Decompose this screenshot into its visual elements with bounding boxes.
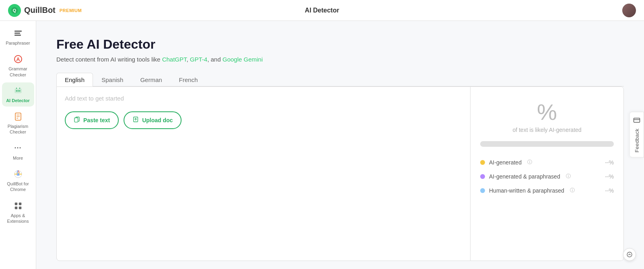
percent-display: % [480, 99, 614, 125]
logo-name: QuillBot [24, 6, 56, 15]
page-title: Free AI Detector [56, 37, 624, 52]
paste-text-button[interactable]: Paste text [65, 111, 119, 129]
human-paraphrased-info-icon[interactable]: ⓘ [570, 187, 575, 194]
sidebar-item-quillbot-chrome[interactable]: QuillBot for Chrome [2, 166, 34, 196]
ai-detector-icon [13, 86, 23, 96]
editor-placeholder: Add text to get started [65, 95, 462, 102]
percent-label: of text is likely AI-generated [480, 127, 614, 133]
grammar-icon: A [13, 54, 23, 64]
upload-icon [132, 116, 139, 124]
sidebar-item-label: AI Detector [6, 98, 30, 103]
legend-item-human-paraphrased: Human-written & paraphrased ⓘ --% [480, 187, 614, 194]
feedback-label: Feedback [634, 128, 640, 152]
plagiarism-icon [13, 111, 23, 122]
chatgpt-link[interactable]: ChatGPT [162, 56, 187, 63]
svg-point-8 [16, 90, 17, 91]
tab-spanish[interactable]: Spanish [93, 73, 132, 86]
human-paraphrased-label: Human-written & paraphrased [489, 187, 564, 194]
sidebar-item-label: More [13, 155, 23, 161]
main-layout: Paraphraser A Grammar Checker [0, 21, 644, 269]
logo-icon: Q [8, 4, 21, 17]
sidebar-item-label: Apps & Extensions [4, 213, 33, 224]
legend-left: AI-generated ⓘ [480, 159, 532, 166]
sidebar-item-label: QuillBot for Chrome [4, 181, 33, 193]
language-tabs: English Spanish German French [56, 72, 624, 86]
svg-rect-27 [74, 118, 78, 122]
upload-doc-button[interactable]: Upload doc [124, 111, 182, 129]
legend-item-ai-paraphrased: AI-generated & paraphrased ⓘ --% [480, 173, 614, 180]
svg-rect-22 [14, 202, 17, 205]
ai-generated-info-icon[interactable]: ⓘ [527, 159, 532, 166]
content-inner: Free AI Detector Detect content from AI … [36, 21, 644, 269]
apps-icon [13, 201, 23, 211]
sidebar-item-more[interactable]: ··· More [2, 140, 34, 164]
svg-rect-23 [19, 202, 21, 205]
ai-generated-label: AI-generated [489, 159, 522, 166]
legend-left: AI-generated & paraphrased ⓘ [480, 173, 571, 180]
svg-point-10 [19, 90, 20, 91]
svg-point-21 [17, 173, 19, 175]
tab-german[interactable]: German [132, 73, 170, 86]
ai-generated-value: --% [605, 159, 614, 166]
svg-text:Q: Q [13, 8, 16, 13]
svg-rect-4 [14, 35, 21, 36]
legend-item-ai-generated: AI-generated ⓘ --% [480, 159, 614, 166]
ai-generated-dot [480, 160, 485, 165]
upload-doc-label: Upload doc [142, 117, 173, 123]
paste-icon [74, 116, 80, 124]
svg-rect-3 [14, 33, 20, 34]
paraphraser-icon [13, 28, 23, 39]
feedback-tab[interactable]: Feedback [630, 111, 644, 158]
sidebar-item-grammar-checker[interactable]: A Grammar Checker [2, 51, 34, 81]
sidebar-item-apps-extensions[interactable]: Apps & Extensions [2, 197, 34, 228]
sidebar-item-paraphraser[interactable]: Paraphraser [2, 25, 34, 49]
human-paraphrased-value: --% [605, 187, 614, 194]
svg-rect-25 [19, 207, 21, 209]
sidebar-item-plagiarism-checker[interactable]: Plagiarism Checker [2, 108, 34, 138]
gpt4-link[interactable]: GPT-4 [190, 56, 207, 63]
paste-text-label: Paste text [83, 117, 110, 123]
svg-point-32 [627, 252, 632, 257]
user-avatar[interactable] [622, 4, 636, 17]
avatar-image [622, 4, 636, 17]
ai-paraphrased-value: --% [605, 173, 614, 180]
svg-point-9 [17, 90, 19, 91]
sidebar-item-label: Paraphraser [6, 40, 30, 46]
svg-text:A: A [16, 56, 20, 62]
app-header: Q QuillBot PREMIUM AI Detector [0, 0, 644, 21]
human-paraphrased-dot [480, 188, 485, 193]
sidebar-item-label: Grammar Checker [4, 66, 33, 78]
page-header-title: AI Detector [305, 7, 339, 14]
more-icon: ··· [13, 143, 23, 154]
svg-rect-2 [14, 31, 22, 32]
editor-actions: Paste text Upload doc [65, 111, 462, 129]
logo[interactable]: Q QuillBot PREMIUM [8, 4, 82, 17]
sidebar: Paraphraser A Grammar Checker [0, 21, 36, 269]
feedback-icon [633, 117, 640, 126]
sidebar-item-label: Plagiarism Checker [4, 123, 33, 135]
sidebar-item-ai-detector[interactable]: AI Detector [2, 82, 34, 107]
tab-french[interactable]: French [171, 73, 206, 86]
results-pane: % of text is likely AI-generated AI-gene… [471, 87, 623, 261]
editor-pane: Add text to get started Paste text [57, 87, 470, 261]
progress-bar-container [480, 141, 614, 147]
logo-premium-badge: PREMIUM [60, 8, 82, 13]
svg-rect-30 [634, 118, 640, 122]
editor-results-panel: Add text to get started Paste text [56, 86, 624, 261]
chrome-icon [13, 169, 23, 179]
page-subtitle: Detect content from AI writing tools lik… [56, 56, 624, 63]
legend-items: AI-generated ⓘ --% AI-generated & paraph… [480, 159, 614, 194]
tab-english[interactable]: English [56, 73, 93, 86]
legend-left: Human-written & paraphrased ⓘ [480, 187, 575, 194]
ai-paraphrased-label: AI-generated & paraphrased [489, 173, 560, 180]
main-content: Free AI Detector Detect content from AI … [36, 21, 644, 269]
gemini-link[interactable]: Google Gemini [223, 56, 263, 63]
scroll-to-top-button[interactable] [623, 248, 636, 261]
svg-rect-24 [14, 207, 17, 209]
ai-paraphrased-dot [480, 174, 485, 179]
ai-paraphrased-info-icon[interactable]: ⓘ [566, 173, 571, 180]
